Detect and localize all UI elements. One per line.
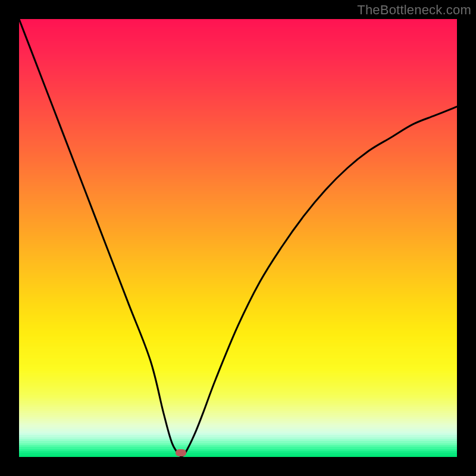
watermark-text: TheBottleneck.com: [357, 2, 471, 18]
bottleneck-curve: [19, 19, 457, 457]
plot-area: [19, 19, 457, 457]
curve-layer: [19, 19, 457, 457]
optimal-point-marker: [176, 449, 186, 456]
chart-frame: TheBottleneck.com: [0, 0, 476, 476]
